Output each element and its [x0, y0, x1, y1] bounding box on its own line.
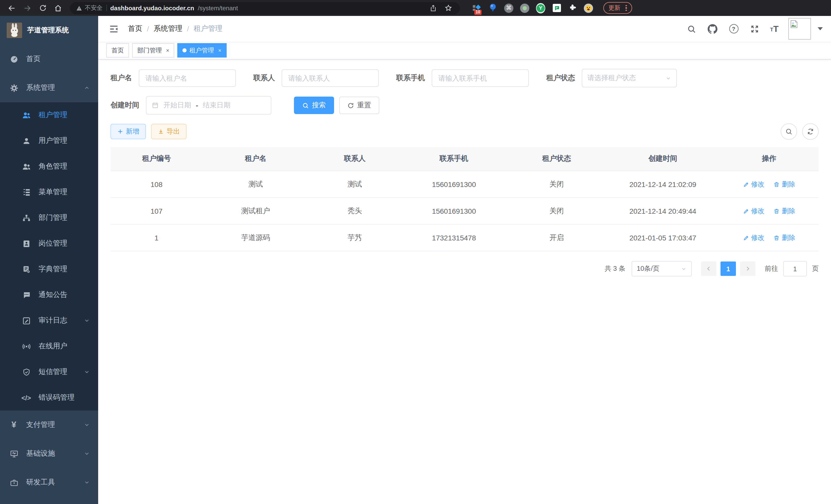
table-toolbar: 新增 导出 [111, 123, 819, 140]
page-number-1[interactable]: 1 [720, 262, 736, 276]
shield-check-icon [21, 367, 32, 376]
share-icon [430, 4, 437, 11]
sidebar-item-system[interactable]: 系统管理 [0, 73, 98, 102]
font-size-button[interactable]: TT [770, 24, 779, 33]
tenant-name-input[interactable] [139, 69, 236, 87]
sidebar-item-menu[interactable]: 菜单管理 [0, 179, 98, 205]
badge-icon [21, 239, 32, 248]
toggle-search-button[interactable] [781, 123, 797, 140]
org-tree-icon [21, 213, 32, 222]
extension-icon-4[interactable] [520, 3, 529, 12]
browser-menu-icon[interactable] [625, 5, 627, 11]
monitor-icon [8, 449, 20, 458]
contact-input[interactable] [282, 69, 379, 87]
extension-icon-5[interactable]: Y [536, 3, 545, 12]
browser-home-button[interactable] [51, 1, 65, 14]
sidebar-item-post[interactable]: 岗位管理 [0, 231, 98, 256]
tab-tenant[interactable]: 租户管理 × [177, 43, 227, 58]
breadcrumb-system[interactable]: 系统管理 [154, 24, 182, 33]
sidebar-item-home[interactable]: 首页 [0, 45, 98, 73]
fullscreen-icon [750, 24, 759, 33]
header-search-button[interactable] [686, 23, 697, 34]
sidebar-item-tenant[interactable]: 租户管理 [0, 102, 98, 128]
browser-forward-button[interactable] [21, 1, 34, 14]
sidebar-item-notice[interactable]: 通知公告 [0, 282, 98, 308]
edit-icon [743, 208, 749, 214]
browser-reload-button[interactable] [36, 1, 49, 14]
sidebar-item-sms[interactable]: 短信管理 [0, 359, 98, 385]
bookmark-star-button[interactable] [442, 2, 454, 13]
close-icon[interactable]: × [218, 47, 222, 53]
col-created: 创建时间 [606, 147, 719, 171]
filter-mobile: 联系手机 [396, 69, 529, 87]
edit-link[interactable]: 修改 [743, 180, 765, 189]
add-button[interactable]: 新增 [111, 124, 146, 139]
help-doc-button[interactable]: ? [728, 23, 739, 34]
sidebar-item-dict[interactable]: 字典管理 [0, 256, 98, 282]
chevron-down-icon [84, 318, 90, 324]
sidebar-toggle-button[interactable] [106, 22, 121, 36]
filter-status: 租户状态 请选择租户状态 [546, 69, 677, 87]
tab-home[interactable]: 首页 [106, 43, 129, 58]
puzzle-icon [568, 4, 577, 12]
navbar-actions: ? TT [686, 18, 823, 39]
sidebar-item-pay[interactable]: ¥ 支付管理 [0, 411, 98, 439]
edit-link[interactable]: 修改 [743, 233, 765, 242]
active-dot [183, 48, 187, 52]
url-host: dashboard.yudao.iocoder.cn [110, 4, 194, 11]
sidebar-item-role[interactable]: 角色管理 [0, 154, 98, 179]
browser-update-button[interactable]: 更新 [603, 2, 632, 14]
date-range-picker[interactable]: 开始日期 - 结束日期 [146, 96, 271, 115]
export-button[interactable]: 导出 [151, 124, 187, 139]
avatar-caret-icon[interactable] [818, 27, 823, 30]
download-icon [158, 128, 164, 135]
search-icon [785, 128, 793, 135]
logo-rabbit-image [7, 23, 22, 38]
fullscreen-button[interactable] [749, 23, 760, 34]
sidebar-item-dept[interactable]: 部门管理 [0, 205, 98, 231]
user-avatar[interactable] [789, 18, 811, 39]
next-page-button[interactable] [740, 262, 755, 276]
chevron-down-icon [84, 479, 90, 485]
logo-row[interactable]: 芋道管理系统 [0, 16, 98, 45]
profile-emoji-icon [584, 3, 593, 13]
user-icon [21, 137, 32, 145]
prev-page-button[interactable] [701, 262, 716, 276]
sidebar-item-user[interactable]: 用户管理 [0, 128, 98, 154]
close-icon[interactable]: × [166, 47, 169, 53]
delete-link[interactable]: 删除 [774, 233, 795, 242]
search-button[interactable]: 搜索 [294, 97, 334, 114]
sidebar-item-dev-tools[interactable]: 研发工具 [0, 468, 98, 497]
sidebar-item-error-code[interactable]: </> 错误码管理 [0, 385, 98, 411]
breadcrumb-home[interactable]: 首页 [128, 24, 142, 33]
page-size-select[interactable]: 10条/页 [632, 261, 692, 276]
extension-icon-2[interactable] [488, 3, 497, 12]
share-button[interactable] [428, 2, 439, 13]
delete-link[interactable]: 删除 [774, 180, 795, 189]
reset-button[interactable]: 重置 [339, 97, 379, 114]
refresh-table-button[interactable] [802, 123, 819, 140]
tags-view-bar: 首页 部门管理 × 租户管理 × [98, 41, 831, 60]
sidebar-item-audit-log[interactable]: 审计日志 [0, 308, 98, 333]
goto-page-input[interactable] [783, 261, 807, 276]
trash-icon [774, 208, 780, 214]
profile-avatar-button[interactable] [584, 3, 593, 12]
extension-icon-1[interactable]: 10 [472, 3, 482, 12]
sidebar-item-online-users[interactable]: 在线用户 [0, 333, 98, 359]
plus-icon [117, 128, 123, 135]
tab-dept[interactable]: 部门管理 × [132, 43, 174, 58]
address-bar[interactable]: 不安全 dashboard.yudao.iocoder.cn/system/te… [70, 2, 460, 14]
extension-icon-6[interactable] [552, 3, 561, 12]
browser-back-button[interactable] [5, 1, 19, 14]
toolbox-icon [8, 478, 20, 487]
col-tenant-name: 租户名 [202, 147, 309, 171]
github-link-button[interactable] [707, 23, 718, 34]
sidebar-item-infra[interactable]: 基础设施 [0, 439, 98, 468]
edit-link[interactable]: 修改 [743, 206, 765, 215]
extension-icon-3[interactable]: ⌘ [504, 3, 513, 12]
delete-link[interactable]: 删除 [774, 206, 795, 215]
site-security-indicator[interactable]: 不安全 [76, 4, 103, 12]
extensions-puzzle-button[interactable] [568, 3, 577, 12]
status-select[interactable]: 请选择租户状态 [582, 69, 677, 87]
mobile-input[interactable] [432, 69, 529, 87]
